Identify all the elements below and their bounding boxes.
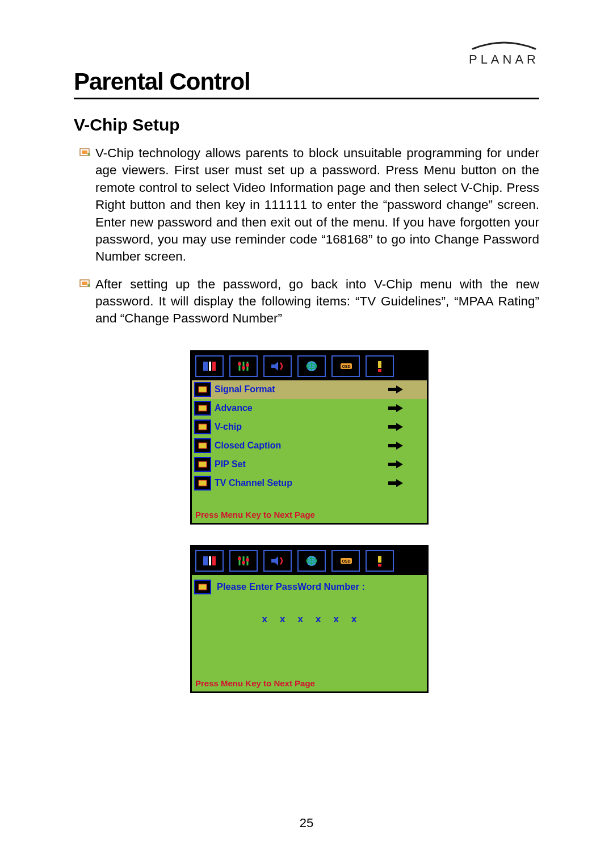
menu-row: Closed Caption: [192, 437, 427, 455]
tab-osd-icon: OSD: [331, 550, 360, 572]
section-rule: [74, 98, 539, 99]
svg-rect-48: [199, 584, 207, 590]
tab-globe-icon: [297, 550, 326, 572]
svg-rect-24: [199, 424, 207, 430]
note-bullet-icon: [79, 278, 95, 291]
svg-rect-18: [378, 361, 381, 368]
password-prompt-row: Please Enter PassWord Number :: [192, 578, 427, 598]
svg-rect-47: [378, 564, 381, 567]
svg-text:OSD: OSD: [342, 364, 350, 368]
menu-row: PIP Set: [192, 455, 427, 474]
svg-rect-22: [199, 405, 207, 411]
arrow-right-icon: [387, 442, 427, 450]
svg-rect-19: [378, 369, 381, 372]
arrow-right-icon: [387, 385, 427, 393]
menu-row-label: TV Channel Setup: [213, 478, 387, 488]
svg-point-38: [238, 557, 241, 560]
osd-menu-list: Signal FormatAdvanceV-chipClosed Caption…: [192, 380, 427, 493]
body-area: V-Chip technology allows parents to bloc…: [79, 145, 539, 714]
password-digit: x: [333, 614, 338, 625]
svg-rect-1: [82, 150, 87, 154]
menu-row: TV Channel Setup: [192, 474, 427, 493]
svg-rect-32: [203, 556, 208, 565]
svg-rect-33: [209, 556, 211, 565]
menu-row: V-chip: [192, 418, 427, 437]
osd-tab-bar: OSD: [192, 547, 427, 575]
svg-point-10: [238, 362, 241, 366]
password-digit: x: [351, 614, 356, 625]
svg-marker-41: [271, 556, 278, 565]
svg-rect-34: [212, 556, 216, 565]
menu-row-label: Signal Format: [213, 384, 387, 395]
svg-rect-28: [199, 462, 207, 467]
paragraph: After setting up the password, go back i…: [79, 276, 539, 328]
svg-marker-31: [388, 479, 403, 487]
svg-rect-4: [203, 362, 208, 371]
page-number: 25: [0, 816, 613, 831]
password-digit: x: [262, 614, 267, 625]
password-prompt-text: Please Enter PassWord Number :: [217, 581, 365, 592]
svg-rect-3: [82, 282, 87, 285]
svg-marker-21: [388, 385, 403, 393]
svg-rect-26: [199, 443, 207, 448]
svg-point-12: [246, 363, 249, 367]
tab-video-icon: [195, 355, 224, 377]
svg-rect-6: [212, 362, 216, 371]
svg-text:OSD: OSD: [342, 559, 350, 563]
tab-globe-icon: [297, 355, 326, 377]
svg-marker-13: [271, 362, 278, 371]
menu-row-label: V-chip: [213, 422, 387, 432]
manual-page: PLANAR Parental Control V-Chip Setup V-C…: [0, 0, 613, 868]
paragraph: V-Chip technology allows parents to bloc…: [79, 145, 539, 266]
menu-row: Signal Format: [192, 380, 427, 399]
password-digit: x: [316, 614, 321, 625]
osd-password-screenshot: OSD Please Enter PassWord Number : xxxxx…: [190, 545, 429, 693]
osd-menu-screenshot: OSD Signal FormatAdvanceV-chipClosed Cap…: [190, 350, 429, 525]
section-heading: Parental Control: [74, 68, 539, 95]
tab-audio-icon: [263, 550, 292, 572]
menu-row: Advance: [192, 399, 427, 418]
password-digit: x: [280, 614, 285, 625]
note-bullet-icon: [79, 147, 95, 160]
brand-logo: PLANAR: [469, 40, 539, 67]
tab-video-icon: [195, 550, 224, 572]
planar-swoosh-icon: [470, 40, 538, 51]
svg-marker-29: [388, 460, 403, 468]
password-digit: x: [298, 614, 303, 625]
pip-icon: [192, 457, 213, 472]
sub-heading: V-Chip Setup: [74, 115, 539, 135]
svg-point-39: [242, 561, 245, 564]
svg-marker-27: [388, 442, 403, 450]
tab-audio-icon: [263, 355, 292, 377]
svg-marker-25: [388, 423, 403, 431]
svg-rect-30: [199, 480, 207, 486]
advance-icon: [192, 401, 213, 416]
svg-point-11: [242, 366, 245, 370]
tab-tuning-icon: [229, 550, 258, 572]
arrow-right-icon: [387, 479, 427, 487]
osd-tab-bar: OSD: [192, 352, 427, 380]
menu-row-label: Advance: [213, 403, 387, 413]
paragraph-text: V-Chip technology allows parents to bloc…: [95, 145, 539, 266]
arrow-right-icon: [387, 423, 427, 431]
svg-marker-23: [388, 404, 403, 412]
tab-alert-icon: [366, 355, 394, 377]
channel-icon: [192, 476, 213, 490]
paragraph-text: After setting up the password, go back i…: [95, 276, 539, 328]
signal-icon: [192, 382, 213, 397]
osd-footer-text: Press Menu Key to Next Page: [192, 676, 427, 691]
tab-osd-icon: OSD: [331, 355, 360, 377]
menu-row-label: PIP Set: [213, 459, 387, 469]
vchip-icon: [192, 420, 213, 434]
password-digits: xxxxxx: [192, 614, 427, 625]
cc-icon: [192, 438, 213, 453]
vchip-icon: [194, 580, 211, 594]
svg-point-40: [246, 558, 249, 561]
tab-alert-icon: [366, 550, 394, 572]
arrow-right-icon: [387, 404, 427, 412]
osd-footer-text: Press Menu Key to Next Page: [192, 508, 427, 523]
svg-rect-46: [378, 556, 381, 563]
tab-tuning-icon: [229, 355, 258, 377]
svg-rect-5: [209, 362, 211, 371]
svg-rect-20: [199, 387, 207, 392]
